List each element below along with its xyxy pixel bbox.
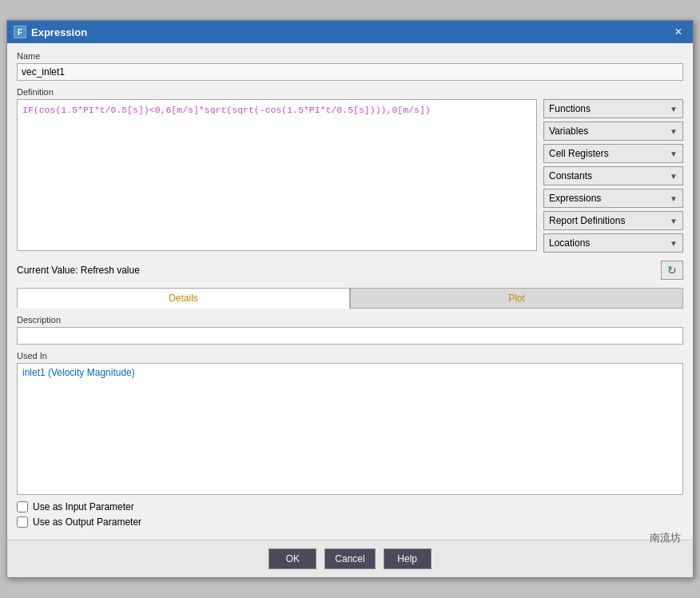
- input-parameter-checkbox[interactable]: [17, 501, 28, 512]
- output-parameter-label: Use as Output Parameter: [33, 516, 141, 528]
- expression-text: IF(cos(1.5*PI*t/0.5[s])<0,6[m/s]*sqrt(sq…: [22, 105, 431, 115]
- panel-btn-locations[interactable]: Locations▼: [543, 233, 683, 253]
- title-bar-left: F Expression: [14, 26, 87, 38]
- definition-label: Definition: [17, 87, 683, 97]
- cancel-button[interactable]: Cancel: [324, 548, 375, 569]
- output-parameter-row: Use as Output Parameter: [17, 516, 683, 528]
- definition-row: IF(cos(1.5*PI*t/0.5[s])<0,6[m/s]*sqrt(sq…: [17, 99, 683, 253]
- tab-plot[interactable]: Plot: [350, 288, 683, 309]
- description-section: Description: [17, 315, 683, 345]
- input-parameter-row: Use as Input Parameter: [17, 501, 683, 512]
- ok-button[interactable]: OK: [268, 548, 316, 569]
- name-label: Name: [17, 51, 683, 61]
- used-in-box: inlet1 (Velocity Magnitude): [17, 363, 683, 495]
- used-in-item: inlet1 (Velocity Magnitude): [22, 367, 678, 378]
- tabs-row: Details Plot: [17, 288, 683, 309]
- panel-btn-cell-registers[interactable]: Cell Registers▼: [543, 144, 683, 163]
- description-label: Description: [17, 315, 683, 325]
- panel-btn-variables[interactable]: Variables▼: [543, 122, 683, 141]
- bottom-buttons: OK Cancel Help: [7, 540, 693, 577]
- watermark: 南流坊: [650, 531, 681, 545]
- current-value-text: Current Value: Refresh value: [17, 265, 140, 276]
- current-value-row: Current Value: Refresh value ↻: [17, 259, 683, 281]
- panel-btn-expressions[interactable]: Expressions▼: [543, 189, 683, 208]
- dialog-content: Name Definition IF(cos(1.5*PI*t/0.5[s])<…: [7, 43, 693, 540]
- dialog-icon: F: [14, 26, 26, 38]
- title-bar: F Expression ×: [7, 21, 693, 43]
- buttons-panel: Functions▼Variables▼Cell Registers▼Const…: [543, 99, 683, 253]
- description-input[interactable]: [17, 327, 683, 345]
- input-parameter-label: Use as Input Parameter: [33, 501, 134, 512]
- tab-details[interactable]: Details: [17, 288, 350, 309]
- panel-btn-constants[interactable]: Constants▼: [543, 166, 683, 185]
- expression-dialog: F Expression × Name Definition IF(cos(1.…: [6, 20, 694, 578]
- dialog-title: Expression: [31, 26, 87, 38]
- definition-section: Definition IF(cos(1.5*PI*t/0.5[s])<0,6[m…: [17, 87, 683, 253]
- help-button[interactable]: Help: [384, 548, 432, 569]
- panel-btn-report-definitions[interactable]: Report Definitions▼: [543, 211, 683, 230]
- panel-btn-functions[interactable]: Functions▼: [543, 99, 683, 118]
- refresh-button[interactable]: ↻: [661, 261, 683, 280]
- used-in-section: Used In inlet1 (Velocity Magnitude): [17, 351, 683, 495]
- definition-display[interactable]: IF(cos(1.5*PI*t/0.5[s])<0,6[m/s]*sqrt(sq…: [17, 99, 537, 251]
- output-parameter-checkbox[interactable]: [17, 516, 28, 528]
- close-button[interactable]: ×: [670, 24, 686, 40]
- used-in-label: Used In: [17, 351, 683, 361]
- name-input[interactable]: [17, 63, 683, 81]
